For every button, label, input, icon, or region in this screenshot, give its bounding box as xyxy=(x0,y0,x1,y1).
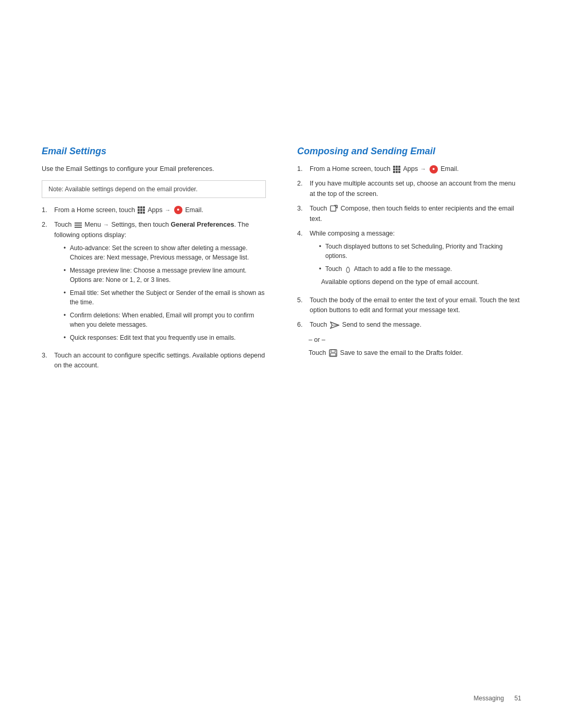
step-3-text: Touch an account to configure specific s… xyxy=(54,351,266,371)
svg-rect-10 xyxy=(331,353,336,356)
apps-grid-icon-left xyxy=(138,206,145,214)
menu-icon-left xyxy=(75,223,82,228)
bullet-scheduling: Touch displayed buttons to set Schedulin… xyxy=(319,242,521,261)
or-line: – or – xyxy=(309,335,521,345)
apps-label-right: Apps xyxy=(403,165,418,172)
footer-page-number: 51 xyxy=(515,695,521,702)
compose-step-3: 3. Touch Compose, then touch fields to e… xyxy=(297,204,521,224)
email-settings-note: Note: Available settings depend on the e… xyxy=(42,180,266,198)
email-settings-steps: 1. From a Home screen, touch Apps → ● Em… xyxy=(42,205,266,371)
compose-step-6-text: Touch Send to send the message. xyxy=(310,320,422,330)
compose-step-5-text: Touch the body of the email to enter the… xyxy=(310,295,521,316)
compose-step-2-num: 2. xyxy=(297,179,307,199)
step-1: 1. From a Home screen, touch Apps → ● Em… xyxy=(42,205,266,215)
compose-step-1-num: 1. xyxy=(297,164,307,174)
page: Email Settings Use the Email Settings to… xyxy=(0,0,563,728)
content-area: Email Settings Use the Email Settings to… xyxy=(42,146,521,376)
compose-svg-icon xyxy=(330,205,338,213)
svg-rect-0 xyxy=(331,206,336,211)
step-2-num: 2. xyxy=(42,220,51,346)
email-icon-left: ● xyxy=(174,206,182,214)
compose-step-6-num: 6. xyxy=(297,320,307,330)
email-settings-title: Email Settings xyxy=(42,146,266,157)
right-column: Composing and Sending Email 1. From a Ho… xyxy=(297,146,521,376)
compose-step-4: 4. While composing a message: Touch disp… xyxy=(297,229,521,291)
bullet-email-title: Email title: Set whether the Subject or … xyxy=(64,288,266,307)
bullet-auto-advance: Auto-advance: Set the screen to show aft… xyxy=(64,243,266,262)
send-svg-icon xyxy=(330,322,339,329)
account-note: Available options depend on the type of … xyxy=(321,277,521,287)
composing-bullets: Touch displayed buttons to set Schedulin… xyxy=(319,242,521,274)
step-1-num: 1. xyxy=(42,205,51,215)
compose-step-2: 2. If you have multiple accounts set up,… xyxy=(297,179,521,199)
step-3-num: 3. xyxy=(42,351,51,371)
composing-steps: 1. From a Home screen, touch Apps → ● Em… xyxy=(297,164,521,330)
email-icon-right: ● xyxy=(430,165,438,174)
arrow-right-r1: → xyxy=(420,165,426,174)
bullet-confirm-deletions: Confirm deletions: When enabled, Email w… xyxy=(64,311,266,329)
apps-label-left: Apps xyxy=(148,206,163,214)
save-svg-icon xyxy=(329,349,337,357)
compose-step-2-text: If you have multiple accounts set up, ch… xyxy=(310,179,521,199)
email-settings-intro: Use the Email Settings to configure your… xyxy=(42,164,266,174)
arrow-right-1: → xyxy=(165,206,170,215)
compose-step-4-text: While composing a message: Touch display… xyxy=(310,229,521,291)
compose-step-4-num: 4. xyxy=(297,229,307,291)
attach-svg-icon xyxy=(345,266,351,273)
composing-title: Composing and Sending Email xyxy=(297,146,521,157)
settings-bullets: Auto-advance: Set the screen to show aft… xyxy=(64,243,266,342)
compose-step-3-text: Touch Compose, then touch fields to ente… xyxy=(310,204,521,224)
step-2: 2. Touch Menu → Settings, then touch Gen… xyxy=(42,220,266,346)
apps-grid-icon-right xyxy=(393,166,400,173)
save-option: Touch Save to save the email to the Draf… xyxy=(309,348,521,358)
email-label-right: Email xyxy=(440,165,457,172)
compose-step-6: 6. Touch Send to send the message. xyxy=(297,320,521,330)
footer-messaging-label: Messaging xyxy=(474,695,504,702)
left-column: Email Settings Use the Email Settings to… xyxy=(42,146,266,376)
compose-step-1: 1. From a Home screen, touch Apps → ● Em… xyxy=(297,164,521,174)
compose-step-1-text: From a Home screen, touch Apps → ● Email… xyxy=(310,164,459,174)
compose-step-5-num: 5. xyxy=(297,295,307,316)
compose-step-3-num: 3. xyxy=(297,204,307,224)
svg-point-4 xyxy=(347,267,350,273)
step-2-text: Touch Menu → Settings, then touch Genera… xyxy=(54,220,266,346)
email-label-left: Email xyxy=(185,206,201,214)
step-1-text: From a Home screen, touch Apps → ● Email… xyxy=(54,205,203,215)
arrow-right-2: → xyxy=(103,220,109,229)
bullet-quick-responses: Quick responses: Edit text that you freq… xyxy=(64,333,266,342)
bullet-preview-line: Message preview line: Choose a message p… xyxy=(64,266,266,285)
bullet-attach: Touch Attach to add a file to the messag… xyxy=(319,264,521,274)
step-3: 3. Touch an account to configure specifi… xyxy=(42,351,266,371)
page-footer: Messaging 51 xyxy=(474,695,521,702)
compose-step-5: 5. Touch the body of the email to enter … xyxy=(297,295,521,316)
